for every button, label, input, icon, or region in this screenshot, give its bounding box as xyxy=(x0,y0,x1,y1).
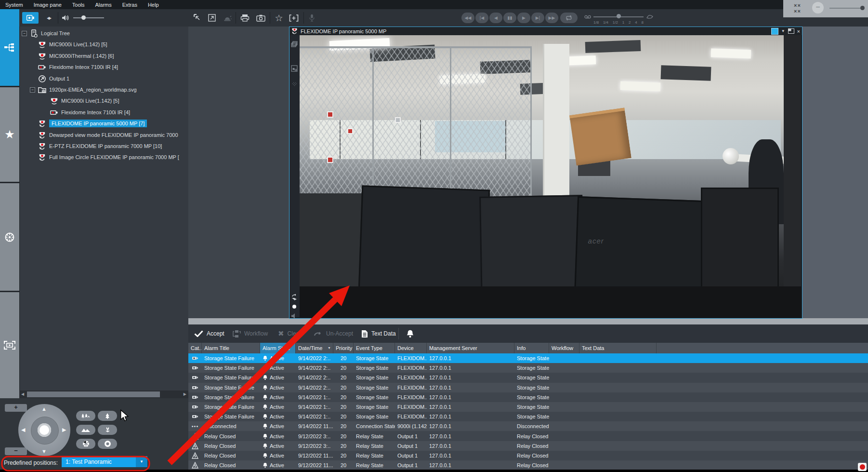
speaker-icon[interactable] xyxy=(61,12,70,24)
alarm-row[interactable]: Relay Closed Active 9/12/2022 11... 20 R… xyxy=(188,451,868,460)
tree-item[interactable]: Flexidome Inteox 7100i IR [4] xyxy=(20,107,130,118)
menu-item[interactable]: Extras xyxy=(117,2,143,8)
transport-button[interactable]: ▮▮ xyxy=(503,13,516,23)
live-video-image[interactable]: acer xyxy=(300,35,801,317)
swap-pane-icon[interactable] xyxy=(291,294,299,301)
transport-button[interactable]: ◀ xyxy=(489,13,502,23)
tree-item[interactable]: Dewarped view mode FLEXIDOME IP panorami… xyxy=(20,130,178,140)
alarm-row[interactable]: Relay Closed Active 9/12/2022 3:.. 20 Re… xyxy=(188,432,868,441)
column-header[interactable]: Event Type xyxy=(354,343,395,353)
unaccept-alarm-button[interactable]: Un-Accept xyxy=(313,328,353,339)
dropdown-arrow-icon[interactable]: ▼ xyxy=(136,456,147,467)
close-pane-icon[interactable]: × xyxy=(797,28,800,34)
alarm-bell-button[interactable] xyxy=(406,328,414,339)
select-pane-icon[interactable] xyxy=(192,12,203,24)
scroll-left-icon[interactable]: ◀ xyxy=(21,392,24,396)
ptz-left-icon[interactable]: ◀ xyxy=(21,427,25,433)
tree-expander-icon[interactable]: − xyxy=(30,87,35,93)
alarm-table-header[interactable]: Cat...Alarm TitleAlarm StateDate/Time▼Pr… xyxy=(188,343,868,353)
tree-item[interactable]: − Logical Tree xyxy=(20,28,70,39)
transport-button[interactable]: |◀ xyxy=(475,13,488,23)
zoom-in-button[interactable]: + xyxy=(5,404,27,412)
alarm-row[interactable]: Storage State Failure Active 9/14/2022 1… xyxy=(188,412,868,421)
tree-scrollbar[interactable]: ◀ ▶ xyxy=(19,391,188,398)
transport-button[interactable]: ▶▶ xyxy=(545,13,558,23)
add-bookmark-icon[interactable] xyxy=(287,12,301,24)
ptz-up-icon[interactable]: ▲ xyxy=(41,406,47,412)
pane-count-slider-thumb[interactable] xyxy=(860,6,865,10)
column-header[interactable]: Alarm State xyxy=(260,343,296,353)
reference-image-icon[interactable] xyxy=(291,65,298,72)
ptz-down-icon[interactable]: ▼ xyxy=(41,448,47,454)
sidebar-tab-bookmarks[interactable] xyxy=(0,183,19,291)
tree-expander-icon[interactable]: − xyxy=(22,31,27,36)
ptz-right-icon[interactable]: ▶ xyxy=(62,427,66,433)
tree-item[interactable]: Full Image Circle FLEXIDOME IP panoramic… xyxy=(20,152,179,162)
alarm-row[interactable]: Storage State Failure Active 9/14/2022 2… xyxy=(188,383,868,392)
menu-item[interactable]: Image pane xyxy=(28,2,67,8)
iris-open-button[interactable] xyxy=(98,439,117,449)
zoom-wide-button[interactable] xyxy=(76,411,95,421)
alarm-beacon-icon[interactable] xyxy=(221,12,234,24)
column-header[interactable]: Device xyxy=(395,343,427,353)
tree-item[interactable]: E-PTZ FLEXIDOME IP panoramic 7000 MP [10… xyxy=(20,141,162,151)
loop-playback-button[interactable] xyxy=(560,13,578,23)
tree-item[interactable]: MIC9000i Live(1.142) [5] xyxy=(20,39,107,50)
stream-quality-indicator[interactable] xyxy=(771,28,778,35)
remove-pane-button[interactable]: − xyxy=(812,2,824,13)
volume-slider-thumb[interactable] xyxy=(81,15,86,20)
clear-alarm-button[interactable]: ✖ Clear xyxy=(278,328,301,339)
transport-button[interactable]: ◀◀ xyxy=(461,13,474,23)
sidebar-tab-logical-tree[interactable] xyxy=(0,9,19,86)
text-data-button[interactable]: Text Data xyxy=(361,328,396,339)
menu-item[interactable]: Help xyxy=(143,2,164,8)
maximize-pane-icon[interactable] xyxy=(788,28,794,34)
video-pane-titlebar[interactable]: FLEXIDOME IP panoramic 5000 MP ▼ × xyxy=(289,27,802,35)
column-header[interactable]: Workflow xyxy=(549,343,579,353)
tree-scrollbar-thumb[interactable] xyxy=(27,391,160,397)
pane-count-slider-track[interactable] xyxy=(829,8,864,9)
microphone-icon[interactable] xyxy=(306,12,317,24)
tree-item[interactable]: MIC9000iThermal (.142) [6] xyxy=(20,51,114,61)
transport-button[interactable]: ▶| xyxy=(531,13,544,23)
zoom-tele-button[interactable] xyxy=(98,411,117,421)
column-header[interactable]: Info xyxy=(514,343,549,353)
stream-dropdown-icon[interactable]: ▼ xyxy=(781,29,785,33)
alarm-row[interactable]: Storage State Failure Active 9/14/2022 2… xyxy=(188,373,868,382)
menu-item[interactable]: Alarms xyxy=(90,2,117,8)
snapshot-icon[interactable] xyxy=(254,12,267,24)
column-header[interactable]: Cat... xyxy=(188,343,202,353)
speed-slider-thumb[interactable] xyxy=(617,14,621,18)
audio-muted-icon[interactable] xyxy=(291,313,298,319)
alarm-row[interactable]: Storage State Failure Active 9/14/2022 2… xyxy=(188,353,868,363)
tree-item[interactable]: MIC9000i Live(1.142) [5] xyxy=(20,95,119,106)
alarm-row[interactable]: Storage State Failure Active 9/14/2022 1… xyxy=(188,402,868,412)
alarm-row[interactable]: Relay Closed Active 9/12/2022 3:.. 20 Re… xyxy=(188,441,868,451)
tree-item[interactable]: − 1920px-EMEA_region_worldmap.svg xyxy=(20,84,137,95)
sidebar-tab-favorites[interactable]: ★ xyxy=(0,87,19,182)
column-header[interactable]: Alarm Title xyxy=(202,343,260,353)
focus-far-button[interactable] xyxy=(76,425,95,435)
menu-item[interactable]: Tools xyxy=(67,2,90,8)
tree-item[interactable]: Flexidome Inteox 7100i IR [4] xyxy=(20,62,118,72)
ptz-joystick-center[interactable] xyxy=(38,423,51,437)
focus-near-button[interactable] xyxy=(98,425,117,435)
scroll-right-icon[interactable]: ▶ xyxy=(184,392,186,396)
layers-icon[interactable] xyxy=(291,41,298,48)
print-icon[interactable] xyxy=(238,12,251,24)
alarm-row[interactable]: Storage State Failure Active 9/14/2022 2… xyxy=(188,363,868,373)
zoom-out-button[interactable]: − xyxy=(5,447,27,455)
audio-waves-icon[interactable] xyxy=(291,80,298,86)
maximize-pane-icon[interactable] xyxy=(206,12,218,24)
close-all-panes-icon[interactable]: ×××× xyxy=(794,2,801,14)
alarm-row[interactable]: Relay Closed Active 9/12/2022 11... 20 R… xyxy=(188,460,868,470)
volume-slider-track[interactable] xyxy=(73,17,104,18)
predefined-positions-dropdown[interactable]: 1: Test Panoramic ▼ xyxy=(62,456,147,467)
sort-descending-icon[interactable]: ▼ xyxy=(328,343,331,353)
column-header[interactable]: Date/Time▼ xyxy=(296,343,333,353)
favorites-star-icon[interactable]: ☆ xyxy=(273,12,285,24)
column-header[interactable]: Text Data xyxy=(579,343,657,353)
accept-alarm-button[interactable]: Accept xyxy=(194,328,224,339)
workflow-button[interactable]: Workflow xyxy=(233,328,268,339)
tree-item[interactable]: Output 1 xyxy=(20,73,69,84)
